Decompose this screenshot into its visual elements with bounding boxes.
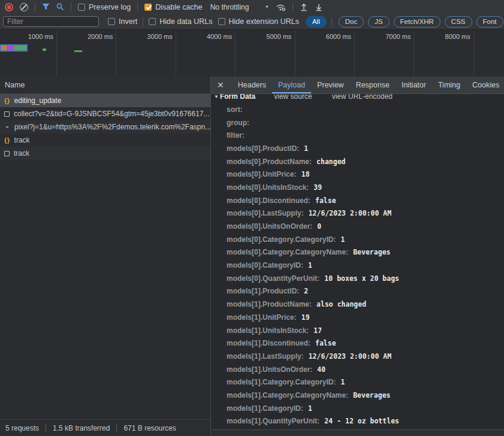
detail-tab[interactable]: Timing [432,77,466,93]
param-value: 12/6/2023 2:00:00 AM [309,352,391,361]
timeline-tick: 1000 ms [0,30,57,77]
resources-size: 671 B resources [123,424,176,432]
hide-data-urls-checkbox[interactable] [149,18,156,25]
param-value: 12/6/2023 2:00:00 AM [309,209,391,217]
preserve-log-checkbox[interactable] [78,4,85,11]
timeline-tick: 3000 ms [116,30,176,77]
hide-extension-urls-toggle[interactable]: Hide extension URLs [218,17,299,26]
toolbar-divider [137,2,138,11]
throttling-dropdown[interactable]: No throttling ▼ [210,3,270,11]
request-list-pane: Name {} editing_update {} collect?v=2&ti… [0,77,211,436]
requests-count: 5 requests [5,424,39,432]
timeline-tick: 7000 ms [355,30,414,77]
toolbar-divider [292,2,293,11]
param-key: filter: [227,131,245,140]
document-square-icon [4,111,10,117]
preserve-log-toggle[interactable]: Preserve log [78,3,131,11]
param-key: models[0].ProductID: [227,144,299,153]
search-icon[interactable] [56,3,64,11]
request-detail-pane: ✕ HeadersPayloadPreviewResponseInitiator… [211,77,504,436]
toolbar-divider [143,17,143,26]
param-key: models[1].QuantityPerUnit: [227,417,319,425]
filter-funnel-icon[interactable] [42,3,50,11]
record-icon[interactable] [5,3,13,11]
disable-cache-toggle[interactable]: Disable cache [144,3,203,11]
hide-extension-urls-label: Hide extension URLs [229,17,299,26]
filter-chip[interactable]: Doc [339,16,364,28]
filter-chip[interactable]: Font [476,16,503,28]
waterfall-bar[interactable] [74,50,82,52]
view-source-link[interactable]: view source [274,94,312,101]
param-key: models[0].Discontinued: [227,196,310,205]
param-key: sort: [227,105,243,114]
payload-panel[interactable]: ▼ Form Data view source view URL-encoded… [211,94,504,429]
detail-tab[interactable]: Headers [232,77,272,93]
param-key: models[1].LastSupply: [227,352,304,361]
form-data-param: models[1].LastSupply: 12/6/2023 2:00:00 … [211,350,504,363]
hide-data-urls-toggle[interactable]: Hide data URLs [149,17,212,26]
request-row[interactable]: {} editing_update [0,94,210,107]
param-key: models[0].UnitPrice: [227,170,297,178]
request-row[interactable]: {} track [0,134,210,147]
transferred-size: 1.5 kB transferred [53,424,110,432]
clear-icon[interactable] [20,3,28,11]
form-data-param: models[1].UnitPrice: 19 [211,311,504,324]
toolbar-divider [35,2,35,11]
form-data-param: models[0].UnitPrice: 18 [211,168,504,181]
form-data-param: models[0].Category.CategoryName: Beverag… [211,246,504,259]
param-value: 2 [304,287,308,295]
param-value: 39 [313,183,322,192]
network-conditions-icon[interactable] [276,3,286,11]
waterfall-segment [1,46,7,50]
form-data-header: ▼ Form Data view source view URL-encoded [211,94,504,103]
request-row[interactable]: {} track [0,147,210,160]
filter-chip[interactable]: All [306,16,327,28]
filter-input[interactable] [3,16,99,27]
detail-tab[interactable]: Initiator [396,77,432,93]
param-value: false [315,196,336,205]
view-url-encoded-link[interactable]: view URL-encoded [332,94,393,101]
waterfall-bar[interactable] [43,49,46,51]
invert-checkbox[interactable] [108,18,115,25]
form-data-param: models[0].LastSupply: 12/6/2023 2:00:00 … [211,207,504,220]
horizontal-scrollbar[interactable] [211,429,504,436]
timeline-tick: 4000 ms [176,30,236,77]
param-value: 0 [317,222,321,231]
form-data-param: models[1].UnitsInStock: 17 [211,324,504,337]
form-data-param: filter: [211,129,504,142]
detail-tab[interactable]: Payload [272,77,311,93]
caret-down-icon[interactable]: ▼ [214,94,219,99]
request-list: {} editing_update {} collect?v=2&tid=G-9… [0,94,210,419]
document-square-icon [4,151,10,156]
disable-cache-label: Disable cache [155,3,203,11]
invert-toggle[interactable]: Invert [108,17,137,26]
timeline-overview[interactable]: 1000 ms2000 ms3000 ms4000 ms5000 ms6000 … [0,30,504,77]
detail-tab-bar: ✕ HeadersPayloadPreviewResponseInitiator… [211,77,504,94]
param-key: models[0].Category.CategoryName: [227,248,348,256]
close-icon[interactable]: ✕ [217,80,224,90]
filter-chip[interactable]: CSS [445,16,472,28]
resource-type-filters: AllDocJSFetch/XHRCSSFontImgMediaMa [306,16,504,28]
request-row[interactable]: {} pixel?j=1&u=https%3A%2F%2Fdemos.teler… [0,120,210,134]
filter-chip[interactable]: JS [368,16,389,28]
detail-tab[interactable]: Cookies [466,77,504,93]
selected-request-waterfall-bar[interactable] [0,44,28,52]
name-column-header[interactable]: Name [0,77,210,94]
detail-tab[interactable]: Response [350,77,396,93]
disable-cache-checkbox[interactable] [144,4,152,11]
param-key: models[1].Category.CategoryName: [227,391,348,399]
filter-chip[interactable]: Fetch/XHR [394,16,440,28]
detail-tab[interactable]: Preview [311,77,349,93]
import-har-icon[interactable] [300,3,308,11]
param-key: models[1].Discontinued: [227,339,310,347]
form-data-param: models[0].ProductID: 1 [211,142,504,155]
request-row[interactable]: {} collect?v=2&tid=G-9JSNBCSF54&gtm=45je… [0,107,210,120]
pixel-dot-icon [6,126,8,128]
param-key: models[0].CategoryID: [227,261,303,270]
form-data-param: models[0].ProductName: changed [211,155,504,168]
form-data-param: group: [211,116,504,129]
form-data-param: sort: [211,103,504,116]
export-har-icon[interactable] [315,3,323,11]
hide-extension-urls-checkbox[interactable] [218,18,225,25]
hide-data-urls-label: Hide data URLs [159,17,212,26]
